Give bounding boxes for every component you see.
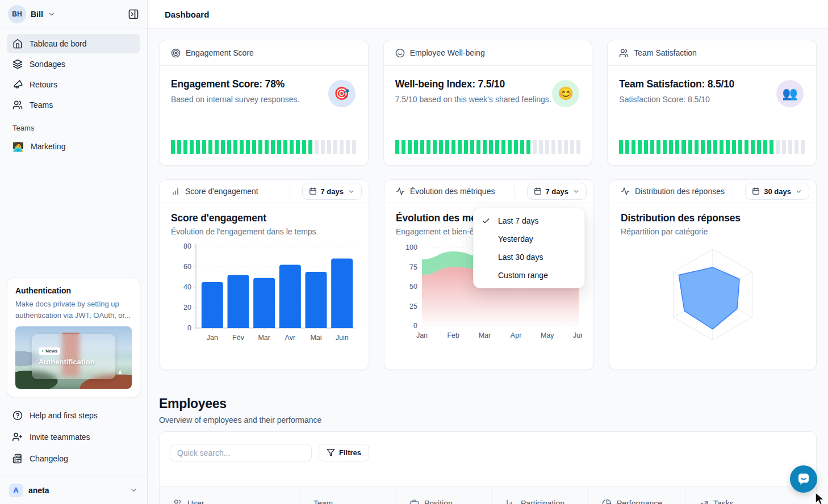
chevron-down-icon (348, 188, 355, 195)
column-header-participation[interactable]: Participation (493, 486, 589, 504)
progress-segment (576, 140, 580, 154)
progress-segment (333, 140, 337, 154)
sidebar-item-label: Tableau de bord (30, 39, 86, 48)
svg-text:40: 40 (183, 283, 191, 291)
sidebar-footer-nav: Help and first steps Invite teammates Ch… (0, 402, 147, 476)
sidebar-item-invite[interactable]: Invite teammates (7, 427, 140, 447)
range-selector-button[interactable]: 7 days (302, 183, 362, 200)
column-header-performance[interactable]: Performance (589, 486, 685, 504)
sidebar-team-marketing[interactable]: 🧑‍💻 Marketing (0, 136, 147, 157)
stat-cards-row: Engagement Score Engagement Score: 78% B… (159, 40, 817, 166)
progress-segment (675, 140, 679, 154)
svg-text:75: 75 (409, 263, 417, 271)
chart-subtitle: Répartition par catégorie (621, 227, 805, 236)
calendar-icon (752, 187, 760, 195)
progress-segment (788, 140, 792, 154)
progress-segment (171, 140, 175, 154)
menu-item-label: Last 7 days (498, 216, 539, 225)
sidebar-item-dashboard[interactable]: Tableau de bord (7, 34, 140, 53)
footer-item-label: Invite teammates (30, 432, 90, 442)
chart-card-header: Distribution des réponses 30 days (609, 180, 816, 203)
megaphone-icon (12, 79, 23, 90)
promo-overlay-card: +News Authentification (32, 334, 116, 379)
busts-emoji-badge: 👥 (776, 80, 804, 107)
chart-title: Score d'engagement (171, 212, 357, 224)
chart-card-header: Score d'engagement 7 days (160, 180, 369, 203)
progress-segment (451, 140, 455, 154)
progress-segment (221, 140, 225, 154)
pie-chart-icon (602, 499, 612, 504)
responses-radar-chart (653, 241, 772, 347)
progress-segment (308, 140, 312, 154)
progress-segment (751, 140, 755, 154)
column-header-team[interactable]: Team (300, 486, 396, 504)
progress-segment (240, 140, 244, 154)
range-label: 7 days (321, 187, 344, 196)
stat-card-satisfaction: Team Satisfaction Team Satisfaction: 8.5… (607, 40, 817, 166)
promo-title: Authentication (15, 286, 132, 295)
menu-item-last-7-days[interactable]: Last 7 days (474, 212, 584, 230)
employees-subtitle: Overview of employees and their performa… (159, 415, 817, 425)
progress-segment (327, 140, 331, 154)
satisfaction-progress-bar (619, 140, 805, 154)
progress-segment (669, 140, 673, 154)
chevron-down-icon (129, 486, 138, 494)
sidebar-collapse-button[interactable] (128, 9, 139, 20)
panel-toggle-icon (128, 9, 139, 20)
progress-segment (713, 140, 717, 154)
progress-segment (801, 140, 805, 154)
column-label: Performance (617, 499, 662, 504)
sidebar-item-changelog[interactable]: Changelog (7, 448, 140, 469)
engagement-progress-bar (171, 140, 357, 154)
chat-launcher-button[interactable] (790, 465, 817, 493)
svg-text:Jan: Jan (207, 334, 218, 342)
workspace-switcher[interactable]: BH Bill (0, 0, 147, 28)
home-icon (12, 39, 23, 49)
range-selector-button[interactable]: 30 days (745, 183, 809, 200)
page-title: Dashboard (165, 10, 209, 19)
sidebar-item-teams[interactable]: Teams (7, 95, 140, 115)
column-label: Tasks (713, 499, 734, 504)
smile-emoji-badge: 😊 (552, 80, 579, 107)
progress-segment (340, 140, 344, 154)
chart-card-label: Score d'engagement (185, 187, 258, 196)
promo-caption: Authentification (39, 358, 116, 366)
chart-card-engagement-score: Score d'engagement 7 days Score d'engage… (159, 179, 369, 370)
sidebar-item-feedback[interactable]: Retours (7, 75, 140, 94)
sidebar-item-help[interactable]: Help and first steps (7, 405, 140, 426)
users-icon (12, 100, 23, 110)
target-emoji-badge: 🎯 (328, 80, 356, 107)
sidebar-item-label: Teams (30, 100, 53, 110)
progress-segment (520, 140, 524, 154)
progress-segment (663, 140, 667, 154)
progress-segment (464, 140, 468, 154)
filters-button[interactable]: Filtres (319, 444, 369, 461)
column-header-position[interactable]: Position (396, 486, 493, 504)
progress-segment (681, 140, 685, 154)
progress-segment (321, 140, 325, 154)
menu-item-last-30-days[interactable]: Last 30 days (474, 248, 584, 266)
sidebar-item-surveys[interactable]: Sondages (7, 54, 140, 74)
calendar-icon (309, 187, 317, 195)
app-window: BH Bill Tableau de bord Sondages Retours (0, 0, 828, 504)
range-selector-button[interactable]: 7 days (527, 183, 587, 200)
account-switcher[interactable]: A aneta (0, 476, 147, 504)
promo-card-authentication[interactable]: Authentication Make docs private by sett… (7, 278, 140, 397)
progress-segment (426, 140, 430, 154)
progress-segment (570, 140, 574, 154)
search-input[interactable] (170, 444, 312, 461)
account-avatar: A (9, 484, 23, 497)
menu-item-custom-range[interactable]: Custom range (474, 266, 584, 284)
promo-description: Make docs private by setting up authenti… (15, 299, 132, 321)
progress-segment (177, 140, 181, 154)
column-header-user[interactable]: User (160, 486, 300, 504)
filters-label: Filtres (339, 448, 361, 457)
sidebar-item-label: Retours (30, 80, 57, 89)
progress-segment (782, 140, 786, 154)
help-icon (12, 410, 23, 421)
progress-segment (501, 140, 505, 154)
main-area: Dashboard Engagement Score Engagement Sc… (148, 0, 828, 504)
menu-item-yesterday[interactable]: Yesterday (474, 230, 584, 248)
stat-card-header: Team Satisfaction (608, 40, 816, 66)
progress-segment (495, 140, 499, 154)
